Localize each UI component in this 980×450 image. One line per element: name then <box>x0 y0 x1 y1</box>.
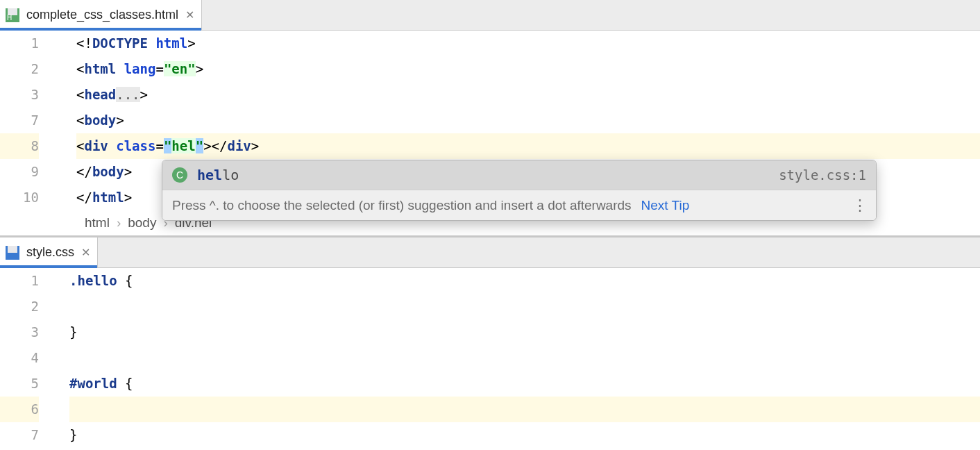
breadcrumb-item[interactable]: html <box>85 215 110 231</box>
code-line-active <box>69 397 980 422</box>
tab-bar-bottom: style.css ✕ <box>0 238 980 268</box>
code-line <box>69 345 980 371</box>
completion-item[interactable]: C hello style.css:1 <box>162 160 876 190</box>
code-line: } <box>69 422 980 448</box>
tab-html-file[interactable]: H complete_css_classes.html ✕ <box>0 0 202 30</box>
tab-label: complete_css_classes.html <box>26 8 178 22</box>
completion-hint: Press ^. to choose the selected (or firs… <box>172 198 632 213</box>
tab-css-file[interactable]: style.css ✕ <box>0 238 98 267</box>
close-icon[interactable]: ✕ <box>81 246 90 259</box>
line-number: 1 <box>0 268 39 294</box>
code-line: <body> <box>76 108 980 133</box>
code-line: <head...> <box>76 82 980 108</box>
line-number: 8 <box>0 133 39 159</box>
gutter: 1 2 3 7 8 9 10 <box>0 31 56 210</box>
editor-css[interactable]: 1 2 3 4 5 6 7 .hello { } #world { } <box>0 268 980 448</box>
code-line: } <box>69 319 980 345</box>
line-number: 3 <box>0 319 39 345</box>
completion-source: style.css:1 <box>779 167 866 183</box>
completion-footer: Press ^. to choose the selected (or firs… <box>162 190 876 220</box>
code-line: <!DOCTYPE html> <box>76 31 980 56</box>
line-number: 9 <box>0 159 39 185</box>
close-icon[interactable]: ✕ <box>185 8 194 22</box>
more-icon[interactable]: ⋮ <box>852 197 866 215</box>
line-number: 2 <box>0 294 39 319</box>
css-file-icon <box>6 246 19 260</box>
completion-label: hello <box>197 167 239 183</box>
code-line-active: <div class="hel"></div> <box>76 133 980 159</box>
line-number: 6 <box>0 397 39 422</box>
line-number: 10 <box>0 185 39 210</box>
line-number: 4 <box>0 345 39 371</box>
code-line: .hello { <box>69 268 980 294</box>
line-number: 1 <box>0 31 39 56</box>
line-number: 5 <box>0 371 39 397</box>
tab-bar-top: H complete_css_classes.html ✕ <box>0 0 980 31</box>
completion-popup[interactable]: C hello style.css:1 Press ^. to choose t… <box>162 160 877 221</box>
class-badge-icon: C <box>172 167 187 183</box>
html-file-icon: H <box>6 8 19 22</box>
line-number: 7 <box>0 108 39 133</box>
code-line: #world { <box>69 371 980 397</box>
line-number: 3 <box>0 82 39 108</box>
chevron-right-icon: › <box>117 215 121 231</box>
line-number: 2 <box>0 56 39 82</box>
next-tip-link[interactable]: Next Tip <box>641 198 690 213</box>
code-area[interactable]: .hello { } #world { } <box>56 268 980 448</box>
tab-label: style.css <box>26 245 74 260</box>
line-number: 7 <box>0 422 39 448</box>
gutter: 1 2 3 4 5 6 7 <box>0 268 56 448</box>
code-line <box>69 294 980 319</box>
breadcrumb-item[interactable]: body <box>128 215 156 231</box>
code-line: <html lang="en"> <box>76 56 980 82</box>
